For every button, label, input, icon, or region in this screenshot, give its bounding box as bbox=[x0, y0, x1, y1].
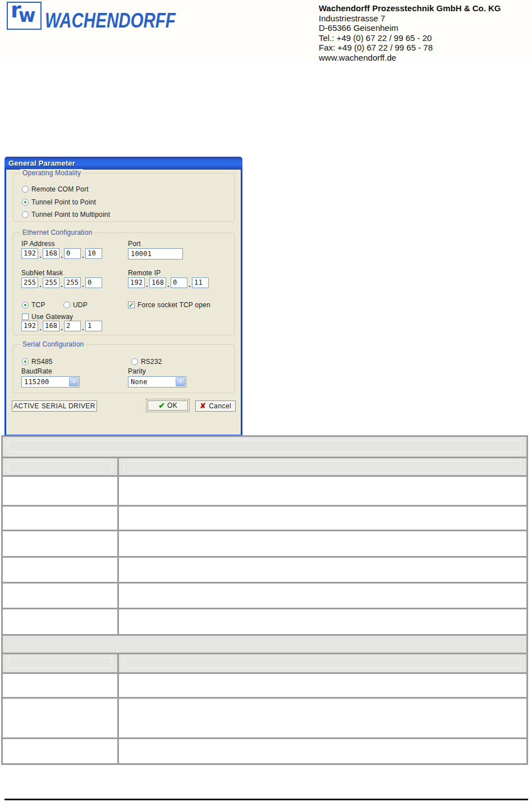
footer-divider bbox=[4, 799, 528, 800]
table-row bbox=[2, 557, 528, 583]
ip-octet-2-field[interactable]: 168 bbox=[43, 248, 59, 259]
table-cell bbox=[2, 583, 118, 609]
table-row bbox=[2, 506, 528, 531]
radio-label: Tunnel Point to Point bbox=[31, 198, 96, 206]
subnet-octet-3-field[interactable]: 255 bbox=[64, 277, 81, 288]
group-ethernet-configuration: Ethernet Configuration IP Address 192 . … bbox=[13, 233, 235, 335]
radio-tunnel-point-to-multipoint[interactable]: Tunnel Point to Multipoint bbox=[22, 211, 110, 218]
radio-udp[interactable]: UDP bbox=[63, 301, 88, 309]
remote-ip-octet-2-field[interactable]: 168 bbox=[149, 277, 166, 288]
chevron-down-icon[interactable]: ▼ bbox=[69, 377, 79, 386]
group-operating-modality: Operating Modality Remote COM Port Tunne… bbox=[13, 173, 235, 222]
subnet-octet-1-field[interactable]: 255 bbox=[21, 277, 38, 288]
radio-tcp[interactable]: TCP bbox=[22, 301, 45, 309]
active-serial-driver-button[interactable]: ACTIVE SERIAL DRIVER bbox=[12, 400, 97, 412]
cancel-label: Cancel bbox=[209, 402, 231, 410]
remote-ip-label: Remote IP bbox=[128, 269, 161, 277]
table-cell bbox=[118, 698, 528, 739]
octet-separator: . bbox=[166, 281, 171, 288]
checkbox-force-socket-tcp-open[interactable]: ✓ Force socket TCP open bbox=[128, 301, 210, 309]
octet-separator: . bbox=[81, 325, 85, 331]
group-ethernet-label: Ethernet Configuration bbox=[20, 229, 94, 236]
ip-octet-4-field[interactable]: 10 bbox=[85, 248, 102, 259]
cancel-button[interactable]: ✘ Cancel bbox=[195, 400, 236, 412]
check-icon: ✔ bbox=[158, 402, 165, 409]
ok-button[interactable]: ✔ OK bbox=[148, 400, 188, 411]
octet-separator: . bbox=[38, 252, 43, 259]
table-cell bbox=[2, 557, 118, 583]
radio-label: RS485 bbox=[31, 358, 53, 366]
company-street: Industriestrasse 7 bbox=[319, 13, 521, 24]
baudrate-dropdown[interactable]: 115200 ▼ bbox=[21, 376, 80, 388]
table-row bbox=[2, 531, 528, 557]
x-icon: ✘ bbox=[200, 403, 206, 409]
active-serial-driver-label: ACTIVE SERIAL DRIVER bbox=[13, 402, 95, 410]
chevron-down-icon[interactable]: ▼ bbox=[176, 377, 185, 386]
gateway-octet-2-field[interactable]: 168 bbox=[43, 321, 59, 331]
company-website: www.wachendorff.de bbox=[319, 53, 521, 63]
table-row bbox=[2, 609, 528, 635]
octet-separator: . bbox=[145, 281, 149, 288]
table-cell bbox=[2, 531, 118, 557]
octet-separator: . bbox=[59, 281, 64, 288]
dialog-titlebar[interactable]: General Parameter bbox=[4, 157, 242, 170]
ip-octet-1-field[interactable]: 192 bbox=[21, 248, 38, 259]
table-cell bbox=[2, 698, 118, 739]
radio-tunnel-point-to-point[interactable]: Tunnel Point to Point bbox=[22, 198, 96, 206]
table-cell bbox=[118, 673, 528, 698]
table-section2-col2-header bbox=[118, 654, 528, 673]
logo-wordmark: WACHENDORFF bbox=[45, 9, 176, 33]
ip-octet-3-field[interactable]: 0 bbox=[64, 248, 81, 259]
checkbox-unchecked-icon bbox=[22, 313, 29, 320]
radio-selected-icon bbox=[22, 302, 29, 308]
radio-selected-icon bbox=[22, 199, 29, 206]
checkbox-use-gateway[interactable]: Use Gateway bbox=[22, 313, 73, 321]
logo-monogram-w: w bbox=[19, 4, 36, 26]
table-row bbox=[2, 698, 528, 739]
radio-rs232[interactable]: RS232 bbox=[131, 358, 162, 366]
table-cell bbox=[2, 476, 118, 506]
radio-icon bbox=[63, 302, 70, 308]
checkbox-label: Use Gateway bbox=[31, 313, 73, 321]
remote-ip-octet-4-field[interactable]: 11 bbox=[192, 277, 209, 288]
parameter-description-table bbox=[1, 435, 528, 765]
company-tel: Tel.: +49 (0) 67 22 / 99 65 - 20 bbox=[319, 33, 521, 43]
radio-label: Remote COM Port bbox=[31, 185, 89, 193]
gateway-octet-3-field[interactable]: 2 bbox=[64, 321, 81, 331]
gateway-octet-4-field[interactable]: 1 bbox=[85, 321, 102, 331]
parity-label: Parity bbox=[128, 367, 146, 375]
radio-label: Tunnel Point to Multipoint bbox=[31, 211, 110, 218]
octet-separator: . bbox=[81, 281, 85, 288]
table-section1-col1-header bbox=[2, 458, 118, 476]
octet-separator: . bbox=[38, 325, 43, 331]
octet-separator: . bbox=[59, 325, 64, 331]
radio-icon bbox=[22, 211, 29, 218]
radio-rs485[interactable]: RS485 bbox=[22, 358, 53, 366]
table-row bbox=[2, 739, 528, 764]
subnet-mask-label: SubNet Mask bbox=[21, 269, 63, 277]
radio-icon bbox=[131, 358, 138, 365]
table-cell bbox=[118, 609, 528, 635]
octet-separator: . bbox=[38, 281, 43, 288]
table-section2-band bbox=[2, 635, 528, 654]
checkbox-label: Force socket TCP open bbox=[137, 301, 210, 309]
group-operating-modality-label: Operating Modality bbox=[20, 169, 83, 177]
port-field[interactable]: 10001 bbox=[128, 248, 183, 259]
remote-ip-octet-1-field[interactable]: 192 bbox=[128, 277, 145, 288]
table-cell bbox=[118, 476, 528, 506]
subnet-octet-2-field[interactable]: 255 bbox=[43, 277, 59, 288]
dialog-title: General Parameter bbox=[8, 159, 75, 167]
remote-ip-octet-3-field[interactable]: 0 bbox=[171, 277, 187, 288]
table-row bbox=[2, 673, 528, 698]
ok-button-focus-ring: ✔ OK bbox=[146, 399, 190, 412]
company-fax: Fax: +49 (0) 67 22 / 99 65 - 78 bbox=[319, 43, 521, 53]
gateway-octet-1-field[interactable]: 192 bbox=[21, 321, 38, 331]
wachendorff-logo-icon: r w bbox=[7, 2, 42, 30]
checkbox-checked-icon: ✓ bbox=[128, 302, 135, 308]
parity-dropdown[interactable]: None ▼ bbox=[128, 376, 186, 388]
table-cell bbox=[2, 609, 118, 635]
subnet-octet-4-field[interactable]: 0 bbox=[85, 277, 102, 288]
radio-label: UDP bbox=[73, 301, 88, 309]
remote-ip-fields: 192 . 168 . 0 . 11 bbox=[128, 277, 209, 288]
radio-remote-com-port[interactable]: Remote COM Port bbox=[22, 185, 89, 193]
